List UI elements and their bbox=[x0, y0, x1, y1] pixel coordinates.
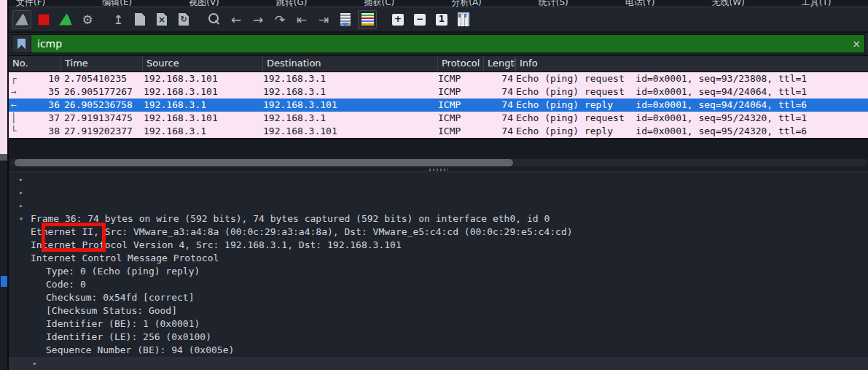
detail-line[interactable]: ▸ Frame 36: 74 bytes on wire (592 bits),… bbox=[9, 173, 868, 186]
capture-start-icon[interactable] bbox=[12, 10, 31, 29]
detail-line[interactable]: Type: 0 (Echo (ping) reply) bbox=[9, 226, 868, 239]
packet-list-header: No. Time Source Destination Protocol Len… bbox=[9, 56, 868, 72]
auto-scroll-icon[interactable] bbox=[336, 10, 355, 29]
cell-time: 27.919202377 bbox=[61, 125, 143, 138]
go-first-packet-icon[interactable]: ⇤ bbox=[292, 10, 311, 29]
detail-line[interactable]: [Response time: 0.059 ms] bbox=[9, 344, 868, 357]
go-forward-icon[interactable]: → bbox=[249, 10, 267, 29]
cell-protocol: ICMP bbox=[438, 72, 484, 85]
cell-info: Echo (ping) request id=0x0001, seq=93/23… bbox=[516, 72, 868, 85]
detail-line[interactable]: [Request frame: 35] bbox=[9, 331, 868, 344]
background-window-sliver bbox=[0, 0, 7, 370]
packet-row[interactable]: │ 37 27.919137475 192.168.3.101 192.168.… bbox=[9, 112, 868, 125]
cell-length: 74 bbox=[484, 72, 516, 85]
menu-item[interactable]: 统计(S) bbox=[539, 0, 568, 3]
menu-item[interactable]: 分析(A) bbox=[451, 0, 482, 3]
capture-options-icon[interactable]: ⚙ bbox=[78, 10, 97, 29]
resize-columns-icon[interactable] bbox=[454, 10, 473, 29]
column-header-source[interactable]: Source bbox=[143, 56, 263, 72]
menu-item[interactable]: 无线(W) bbox=[711, 0, 744, 3]
packet-list: ┌ 10 2.705410235 192.168.3.101 192.168.3… bbox=[9, 72, 868, 138]
cell-protocol: ICMP bbox=[438, 125, 484, 138]
detail-line[interactable]: [Checksum Status: Good] bbox=[9, 265, 868, 278]
zoom-in-icon[interactable]: + bbox=[388, 10, 407, 29]
chip-face: − bbox=[414, 14, 426, 26]
wireshark-screen: 文件(F)编辑(E)视图(V)跳转(G)捕获(C)分析(A)统计(S)电话(Y)… bbox=[0, 0, 868, 370]
cell-no: 35 bbox=[29, 85, 61, 99]
detail-line[interactable]: Sequence Number (BE): 94 (0x005e) bbox=[9, 304, 868, 317]
conversation-marker-icon: └ bbox=[9, 125, 29, 138]
cell-time: 26.905177267 bbox=[61, 85, 143, 99]
column-header-no[interactable]: No. bbox=[9, 56, 61, 72]
cell-time: 2.705410235 bbox=[61, 72, 143, 85]
horizontal-scrollbar[interactable] bbox=[9, 158, 868, 167]
conversation-marker-icon: │ bbox=[9, 112, 29, 125]
detail-line[interactable]: ▸ Internet Protocol Version 4, Src: 192.… bbox=[9, 199, 868, 212]
cell-time: 26.905236758 bbox=[61, 99, 143, 112]
menu-item[interactable]: 跳转(G) bbox=[276, 0, 308, 3]
cell-protocol: ICMP bbox=[438, 112, 484, 125]
cell-time: 27.919137475 bbox=[61, 112, 143, 125]
capture-stop-icon[interactable] bbox=[34, 10, 53, 29]
menu-bar[interactable]: 文件(F)编辑(E)视图(V)跳转(G)捕获(C)分析(A)统计(S)电话(Y)… bbox=[9, 0, 868, 7]
column-header-length[interactable]: Length bbox=[484, 56, 516, 72]
expand-arrow-icon[interactable]: ▸ bbox=[19, 186, 23, 199]
cell-source: 192.168.3.101 bbox=[143, 85, 263, 99]
column-header-destination[interactable]: Destination bbox=[263, 56, 438, 72]
packet-row[interactable]: → 35 26.905177267 192.168.3.101 192.168.… bbox=[9, 85, 868, 99]
packet-row[interactable]: └ 38 27.919202377 192.168.3.1 192.168.3.… bbox=[9, 125, 868, 138]
filter-bookmark-icon[interactable] bbox=[12, 35, 31, 53]
menu-item[interactable]: 捕获(C) bbox=[364, 0, 394, 3]
find-packet-icon[interactable] bbox=[205, 10, 224, 29]
capture-restart-icon[interactable] bbox=[56, 10, 75, 29]
cell-info: Echo (ping) request id=0x0001, seq=94/24… bbox=[516, 85, 868, 99]
file-save-icon[interactable] bbox=[130, 10, 149, 29]
go-last-packet-icon[interactable]: ⇥ bbox=[314, 10, 333, 29]
expand-arrow-icon[interactable]: ▸ bbox=[19, 199, 23, 212]
menu-item[interactable]: 编辑(E) bbox=[102, 0, 132, 3]
menu-item[interactable]: 工具(T) bbox=[802, 0, 832, 3]
detail-line[interactable]: Checksum: 0x54fd [correct] bbox=[9, 252, 868, 265]
cell-info: Echo (ping) reply id=0x0001, seq=95/2432… bbox=[516, 125, 868, 138]
column-header-protocol[interactable]: Protocol bbox=[438, 56, 484, 72]
splitter-handle-icon bbox=[429, 169, 448, 171]
file-open-icon[interactable]: ↥ bbox=[109, 10, 128, 29]
column-header-info[interactable]: Info bbox=[516, 56, 868, 72]
main-toolbar: ⚙↥←→↷⇤⇥+−1 bbox=[9, 7, 868, 31]
detail-line[interactable]: ▾ Internet Control Message Protocol bbox=[9, 212, 868, 226]
go-to-packet-icon[interactable]: ↷ bbox=[270, 10, 289, 29]
colorize-packets-icon[interactable] bbox=[358, 10, 377, 29]
cell-destination: 192.168.3.101 bbox=[263, 99, 438, 112]
file-close-icon[interactable] bbox=[152, 10, 171, 29]
go-back-icon[interactable]: ← bbox=[227, 10, 246, 29]
scrollbar-thumb[interactable] bbox=[15, 159, 513, 166]
expand-arrow-icon[interactable]: ▾ bbox=[19, 212, 23, 226]
packet-row[interactable]: ← 36 26.905236758 192.168.3.1 192.168.3.… bbox=[9, 99, 868, 112]
background-text-fragment bbox=[1, 276, 7, 287]
menu-item[interactable]: 文件(F) bbox=[16, 0, 45, 3]
column-header-time[interactable]: Time bbox=[61, 56, 143, 72]
expand-arrow-icon[interactable]: ▸ bbox=[19, 173, 23, 186]
cell-destination: 192.168.3.1 bbox=[263, 112, 438, 125]
zoom-original-icon[interactable]: 1 bbox=[432, 10, 451, 29]
detail-line[interactable]: ▸ Ethernet II, Src: VMware_a3:a4:8a (00:… bbox=[9, 186, 868, 199]
cell-no: 37 bbox=[29, 112, 61, 125]
expand-arrow-icon[interactable]: ▸ bbox=[33, 357, 37, 370]
display-filter-field[interactable]: icmp × bbox=[12, 34, 865, 53]
filter-clear-icon[interactable]: × bbox=[848, 35, 864, 53]
detail-line[interactable]: Identifier (LE): 256 (0x0100) bbox=[9, 291, 868, 304]
zoom-out-icon[interactable]: − bbox=[410, 10, 429, 29]
cell-source: 192.168.3.1 bbox=[143, 125, 263, 138]
detail-line[interactable]: Sequence Number (LE): 24064 (0x5e00) bbox=[9, 317, 868, 331]
packet-row[interactable]: ┌ 10 2.705410235 192.168.3.101 192.168.3… bbox=[9, 72, 868, 85]
file-reload-icon[interactable] bbox=[174, 10, 193, 29]
detail-line[interactable]: ▸ Data (32 bytes) bbox=[9, 357, 868, 370]
menu-item[interactable]: 视图(V) bbox=[189, 0, 219, 3]
detail-line[interactable]: Code: 0 bbox=[9, 239, 868, 252]
wireshark-window: 文件(F)编辑(E)视图(V)跳转(G)捕获(C)分析(A)统计(S)电话(Y)… bbox=[7, 0, 868, 370]
detail-line[interactable]: Identifier (BE): 1 (0x0001) bbox=[9, 278, 868, 291]
cell-length: 74 bbox=[484, 85, 516, 99]
filter-input[interactable]: icmp bbox=[31, 35, 848, 53]
background-scrollbar-sliver bbox=[0, 154, 7, 161]
menu-item[interactable]: 电话(Y) bbox=[625, 0, 655, 3]
